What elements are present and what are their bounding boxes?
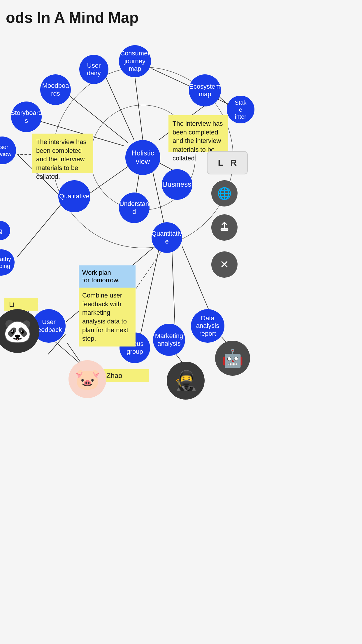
node-consumer-journey[interactable]: Consumerjourneymap bbox=[119, 45, 151, 77]
globe-button[interactable]: 🌐 bbox=[211, 180, 238, 206]
node-marketing-analysis[interactable]: Marketinganalysis bbox=[153, 324, 185, 356]
node-business[interactable]: Business bbox=[162, 169, 192, 200]
sticky-work-plan: Work planfor tomorrow. Combine user feed… bbox=[79, 265, 136, 288]
page-title: ods In A Mind Map bbox=[6, 9, 138, 26]
node-user-interview[interactable]: Userterview bbox=[0, 136, 16, 164]
node-stakeholder[interactable]: Stakeinter bbox=[227, 96, 254, 123]
svg-line-3 bbox=[105, 75, 134, 140]
svg-line-15 bbox=[172, 251, 175, 324]
node-ecosystem-map[interactable]: Ecosystemmap bbox=[189, 74, 221, 106]
sticky-work-plan-header: Work planfor tomorrow. bbox=[79, 265, 136, 288]
svg-line-16 bbox=[182, 246, 213, 319]
node-understand[interactable]: Understand bbox=[119, 192, 150, 223]
svg-line-8 bbox=[89, 166, 128, 194]
node-user-dairy[interactable]: User dairy bbox=[79, 55, 108, 84]
svg-line-12 bbox=[17, 204, 61, 257]
sticky-interview-left: The interview has been completed and the… bbox=[32, 134, 93, 173]
share-icon bbox=[219, 220, 230, 235]
node-holistic-view[interactable]: Holistic view bbox=[125, 140, 160, 175]
label-li: Li bbox=[4, 298, 38, 311]
globe-icon: 🌐 bbox=[217, 187, 232, 200]
avatar-panda: 🐼 bbox=[0, 309, 39, 353]
node-empathy-mapping[interactable]: mpathyapping bbox=[0, 249, 15, 276]
sticky-work-plan-body: Combine user feedback with marketing ana… bbox=[79, 288, 136, 346]
avatar-pig: 🐷 bbox=[68, 360, 106, 398]
node-data-analysis[interactable]: Dataanalysisreport bbox=[191, 309, 224, 343]
close-icon: ✕ bbox=[220, 258, 229, 271]
node-qualitative[interactable]: Qualitative bbox=[58, 180, 90, 212]
svg-line-22 bbox=[134, 246, 165, 292]
sticky-interview-right: The interview has been completed and the… bbox=[168, 115, 228, 152]
svg-line-2 bbox=[134, 70, 143, 140]
lr-button[interactable]: L R bbox=[207, 151, 248, 174]
node-moodboards[interactable]: Moodboards bbox=[40, 74, 71, 105]
svg-line-14 bbox=[138, 249, 159, 344]
node-storyboards[interactable]: Storyboards bbox=[11, 102, 42, 132]
close-button[interactable]: ✕ bbox=[211, 251, 238, 278]
lr-label: L R bbox=[218, 158, 237, 168]
node-g[interactable]: g bbox=[0, 221, 10, 240]
avatar-ninja: 🥷 bbox=[167, 362, 205, 400]
node-quantitative[interactable]: Quantitative bbox=[152, 222, 182, 253]
avatar-robot: 🤖 bbox=[215, 341, 250, 376]
share-button[interactable] bbox=[211, 214, 238, 241]
